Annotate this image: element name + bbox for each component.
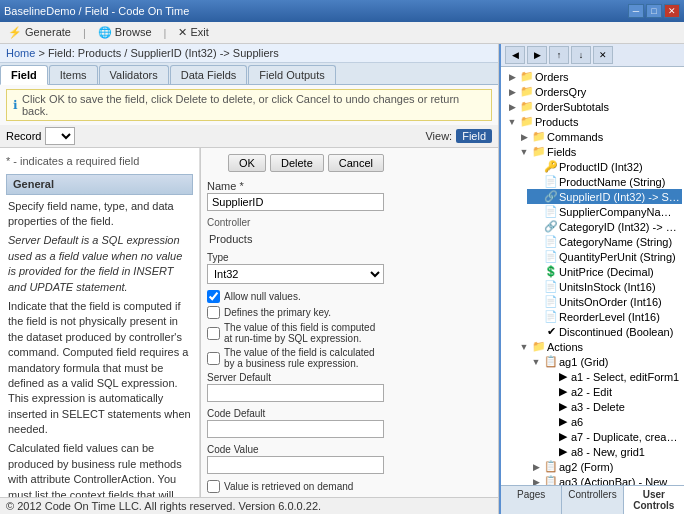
- tree-item-icon: ▶: [555, 415, 571, 428]
- tab-items[interactable]: Items: [49, 65, 98, 84]
- tree-item[interactable]: 📄CategoryName (String): [527, 234, 682, 249]
- tree-item[interactable]: ▶a2 - Edit: [539, 384, 682, 399]
- cb-primary-key: Defines the primary key.: [207, 306, 384, 319]
- close-button[interactable]: ✕: [664, 4, 680, 18]
- server-default-input[interactable]: [207, 384, 384, 402]
- tree-item[interactable]: ▶📁Orders: [503, 69, 682, 84]
- tree-item[interactable]: ✔Discontinued (Boolean): [527, 324, 682, 339]
- tree-item[interactable]: ▼📁Products: [503, 114, 682, 129]
- expand-icon: ▼: [517, 147, 531, 157]
- ok-button[interactable]: OK: [228, 154, 266, 172]
- tree-item-icon: 📋: [543, 355, 559, 368]
- tree-item[interactable]: ▼📋ag1 (Grid): [527, 354, 682, 369]
- delete-button[interactable]: Delete: [270, 154, 324, 172]
- tree-item-icon: 📄: [543, 295, 559, 308]
- tree-item[interactable]: 📄QuantityPerUnit (String): [527, 249, 682, 264]
- tree-item-icon: ✔: [543, 325, 559, 338]
- tree-item[interactable]: 🔗CategoryID (Int32) -> Categories: [527, 219, 682, 234]
- tree-item[interactable]: ▶a1 - Select, editForm1: [539, 369, 682, 384]
- tree-item-label: OrderSubtotals: [535, 101, 680, 113]
- tab-field-outputs[interactable]: Field Outputs: [248, 65, 335, 84]
- code-value-input[interactable]: [207, 456, 384, 474]
- tab-field[interactable]: Field: [0, 65, 48, 85]
- right-sidebar: ◀ ▶ ↑ ↓ ✕ ▶📁Orders▶📁OrdersQry▶📁OrderSubt…: [499, 44, 684, 514]
- tree-item-icon: 💲: [543, 265, 559, 278]
- tree-item[interactable]: 🔗SupplierID (Int32) -> Suppliers: [527, 189, 682, 204]
- record-label: Record: [6, 130, 41, 142]
- tree-item-icon: 📋: [543, 460, 559, 473]
- tree-item[interactable]: ▶📋ag2 (Form): [527, 459, 682, 474]
- cancel-button[interactable]: Cancel: [328, 154, 384, 172]
- sidebar-tool-4[interactable]: ↓: [571, 46, 591, 64]
- tree-item[interactable]: ▶📁OrdersQry: [503, 84, 682, 99]
- code-default-input[interactable]: [207, 420, 384, 438]
- tree-item[interactable]: 📄UnitsOnOrder (Int16): [527, 294, 682, 309]
- title-bar-controls: ─ □ ✕: [628, 4, 680, 18]
- tree-item-label: UnitsOnOrder (Int16): [559, 296, 680, 308]
- tree-item-icon: 📄: [543, 235, 559, 248]
- code-value-group: Code Value: [207, 444, 384, 474]
- tree-item[interactable]: ▶📋ag3 (ActionBar) - New: [527, 474, 682, 485]
- expand-icon: ▼: [529, 357, 543, 367]
- business-rule-checkbox[interactable]: [207, 352, 220, 365]
- cb-allow-null: Allow null values.: [207, 290, 384, 303]
- tree-item-label: ag2 (Form): [559, 461, 680, 473]
- tree-item[interactable]: ▶a3 - Delete: [539, 399, 682, 414]
- breadcrumb-home[interactable]: Home: [6, 47, 35, 59]
- title-bar-title: BaselineDemo / Field - Code On Time: [4, 5, 189, 17]
- tree-item[interactable]: 🔑ProductID (Int32): [527, 159, 682, 174]
- tree-item[interactable]: 📄ReorderLevel (Int16): [527, 309, 682, 324]
- menu-item-generate[interactable]: ⚡ Generate: [4, 24, 75, 41]
- record-dropdown[interactable]: [45, 127, 75, 145]
- tree-item-label: SupplierID (Int32) -> Suppliers: [559, 191, 680, 203]
- server-default-label: Server Default: [207, 372, 384, 383]
- computed-checkbox[interactable]: [207, 327, 220, 340]
- sidebar-tab-user-controls[interactable]: User Controls: [624, 486, 684, 514]
- sidebar-tool-1[interactable]: ◀: [505, 46, 525, 64]
- tree-item-icon: 📁: [519, 115, 535, 128]
- form-panel: * - indicates a required field General S…: [0, 148, 200, 497]
- sidebar-tab-pages[interactable]: Pages: [501, 486, 562, 514]
- primary-key-checkbox[interactable]: [207, 306, 220, 319]
- tree-item-icon: ▶: [555, 385, 571, 398]
- tree-item[interactable]: 📄SupplierCompanyName (String): [527, 204, 682, 219]
- tree-item[interactable]: 💲UnitPrice (Decimal): [527, 264, 682, 279]
- sidebar-tool-2[interactable]: ▶: [527, 46, 547, 64]
- cb-on-demand: Value is retrieved on demand: [207, 480, 384, 493]
- menu-item-browse[interactable]: 🌐 Browse: [94, 24, 156, 41]
- name-input[interactable]: [207, 193, 384, 211]
- section-general: General: [6, 174, 193, 194]
- expand-icon: ▼: [505, 117, 519, 127]
- tree-item[interactable]: ▼📁Fields: [515, 144, 682, 159]
- tree-item[interactable]: ▶a8 - New, grid1: [539, 444, 682, 459]
- sidebar-tool-5[interactable]: ✕: [593, 46, 613, 64]
- tree-item[interactable]: ▶a6: [539, 414, 682, 429]
- name-group: Name *: [207, 180, 384, 211]
- maximize-button[interactable]: □: [646, 4, 662, 18]
- type-select[interactable]: Int32: [207, 264, 384, 284]
- tab-data-fields[interactable]: Data Fields: [170, 65, 248, 84]
- sidebar-tool-3[interactable]: ↑: [549, 46, 569, 64]
- controller-value: Products: [207, 232, 384, 246]
- view-label: View:: [425, 130, 452, 142]
- minimize-button[interactable]: ─: [628, 4, 644, 18]
- allow-null-checkbox[interactable]: [207, 290, 220, 303]
- tree-item[interactable]: 📄UnitsInStock (Int16): [527, 279, 682, 294]
- tree-item-icon: 📁: [531, 340, 547, 353]
- tab-validators[interactable]: Validators: [99, 65, 169, 84]
- on-demand-checkbox[interactable]: [207, 480, 220, 493]
- tree-item-icon: ▶: [555, 370, 571, 383]
- sidebar-tab-controllers[interactable]: Controllers: [562, 486, 623, 514]
- expand-icon: ▶: [505, 72, 519, 82]
- tree-item-label: CategoryName (String): [559, 236, 680, 248]
- left-panel: Home > Field: Products / SupplierID (Int…: [0, 44, 499, 514]
- tree-item-label: ReorderLevel (Int16): [559, 311, 680, 323]
- tree-item[interactable]: ▼📁Actions: [515, 339, 682, 354]
- tree-item[interactable]: ▶📁OrderSubtotals: [503, 99, 682, 114]
- menu-item-exit[interactable]: ✕ Exit: [174, 24, 212, 41]
- tree-item[interactable]: 📄ProductName (String): [527, 174, 682, 189]
- tree-item[interactable]: ▶a7 - Duplicate, createForm1: [539, 429, 682, 444]
- tree-item[interactable]: ▶📁Commands: [515, 129, 682, 144]
- business-rule-label: The value of the field is calculated by …: [224, 347, 384, 369]
- tree-item-label: QuantityPerUnit (String): [559, 251, 680, 263]
